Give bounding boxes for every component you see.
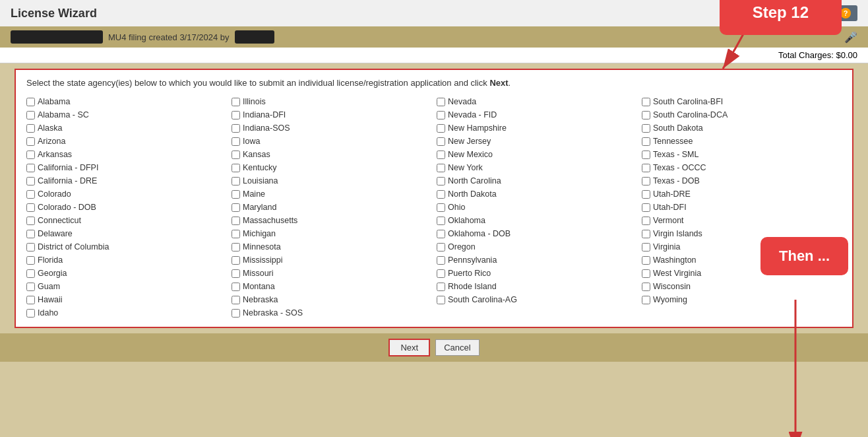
state-checkbox[interactable] (26, 124, 35, 133)
state-item: Missouri (232, 267, 431, 279)
state-checkbox[interactable] (232, 296, 240, 304)
state-checkbox[interactable] (232, 124, 240, 133)
state-checkbox[interactable] (437, 296, 445, 304)
state-checkbox[interactable] (232, 98, 240, 106)
state-checkbox[interactable] (26, 243, 35, 252)
state-label: Kentucky (243, 163, 276, 172)
state-checkbox[interactable] (437, 151, 445, 159)
state-checkbox[interactable] (26, 98, 35, 106)
state-item: California - DFPI (26, 162, 226, 174)
state-checkbox[interactable] (642, 243, 650, 252)
state-checkbox[interactable] (642, 230, 650, 238)
state-checkbox[interactable] (232, 256, 240, 265)
state-checkbox[interactable] (232, 137, 240, 146)
state-label: Indiana-SOS (243, 123, 290, 133)
state-checkbox[interactable] (642, 137, 650, 146)
state-checkbox[interactable] (642, 296, 650, 304)
state-checkbox[interactable] (642, 256, 650, 265)
state-checkbox[interactable] (26, 269, 35, 278)
state-label: Arkansas (38, 150, 72, 159)
state-checkbox[interactable] (232, 269, 240, 278)
state-checkbox[interactable] (437, 217, 445, 225)
main-region: Select the state agency(ies) below to wh… (7, 69, 861, 328)
state-checkbox[interactable] (437, 177, 445, 185)
state-checkbox[interactable] (26, 137, 35, 146)
state-item: Oregon (437, 241, 636, 253)
state-item: Arkansas (26, 149, 226, 160)
state-checkbox[interactable] (232, 177, 240, 185)
state-checkbox[interactable] (26, 111, 35, 119)
state-item: South Carolina-AG (437, 294, 636, 306)
state-checkbox[interactable] (26, 151, 35, 159)
state-checkbox[interactable] (642, 98, 650, 106)
state-checkbox[interactable] (437, 190, 445, 199)
redacted-user (235, 30, 274, 44)
state-checkbox[interactable] (26, 177, 35, 185)
state-checkbox[interactable] (232, 190, 240, 199)
state-checkbox[interactable] (642, 151, 650, 159)
state-checkbox[interactable] (437, 203, 445, 212)
state-checkbox[interactable] (232, 111, 240, 119)
state-checkbox[interactable] (642, 283, 650, 291)
state-checkbox[interactable] (26, 283, 35, 291)
state-checkbox[interactable] (26, 230, 35, 238)
state-label: Alabama (38, 97, 70, 106)
state-checkbox[interactable] (437, 111, 445, 119)
state-checkbox[interactable] (232, 283, 240, 291)
state-label: South Carolina-DCA (653, 110, 728, 119)
state-item: North Dakota (437, 188, 636, 200)
state-checkbox[interactable] (26, 309, 35, 318)
state-checkbox[interactable] (642, 190, 650, 199)
state-checkbox[interactable] (642, 203, 650, 212)
state-checkbox[interactable] (642, 177, 650, 185)
state-checkbox[interactable] (232, 230, 240, 238)
state-checkbox[interactable] (26, 203, 35, 212)
state-checkbox[interactable] (437, 256, 445, 265)
cancel-button[interactable]: Cancel (435, 339, 479, 356)
state-checkbox[interactable] (232, 243, 240, 252)
state-checkbox[interactable] (437, 283, 445, 291)
state-checkbox[interactable] (437, 269, 445, 278)
state-checkbox[interactable] (232, 309, 240, 318)
sub-bar-left: MU4 filing created 3/17/2024 by (11, 30, 274, 44)
state-checkbox[interactable] (642, 269, 650, 278)
state-label: Rhode Island (448, 282, 497, 291)
state-checkbox[interactable] (437, 137, 445, 146)
state-checkbox[interactable] (232, 217, 240, 225)
state-item: South Carolina-BFI (642, 96, 842, 108)
state-checkbox[interactable] (437, 243, 445, 252)
state-checkbox[interactable] (26, 190, 35, 199)
state-checkbox[interactable] (26, 217, 35, 225)
state-checkbox[interactable] (642, 217, 650, 225)
state-item: Pennsylvania (437, 254, 636, 266)
state-checkbox[interactable] (26, 256, 35, 265)
state-item: California - DRE (26, 175, 226, 187)
state-checkbox[interactable] (26, 296, 35, 304)
state-checkbox[interactable] (437, 98, 445, 106)
state-checkbox[interactable] (26, 164, 35, 172)
state-label: West Virginia (653, 269, 701, 278)
state-checkbox[interactable] (437, 230, 445, 238)
state-item: Kentucky (232, 162, 431, 174)
state-label: Maryland (243, 203, 276, 212)
state-item: Wisconsin (642, 281, 842, 292)
state-checkbox[interactable] (232, 151, 240, 159)
state-label: Iowa (243, 137, 260, 146)
state-checkbox[interactable] (437, 164, 445, 172)
state-checkbox[interactable] (642, 111, 650, 119)
state-label: Alaska (38, 123, 63, 133)
state-item: Texas - OCCC (642, 162, 842, 174)
state-label: Idaho (38, 308, 58, 318)
state-checkbox[interactable] (642, 124, 650, 133)
state-item: Illinois (232, 96, 431, 108)
next-button[interactable]: Next (388, 339, 430, 356)
state-item: Minnesota (232, 241, 431, 253)
state-checkbox[interactable] (642, 164, 650, 172)
state-item: Rhode Island (437, 281, 636, 292)
state-checkbox[interactable] (437, 124, 445, 133)
state-checkbox[interactable] (232, 203, 240, 212)
state-label: Minnesota (243, 242, 281, 252)
state-item: Idaho (26, 307, 226, 319)
state-checkbox[interactable] (232, 164, 240, 172)
state-label: Indiana-DFI (243, 110, 286, 119)
